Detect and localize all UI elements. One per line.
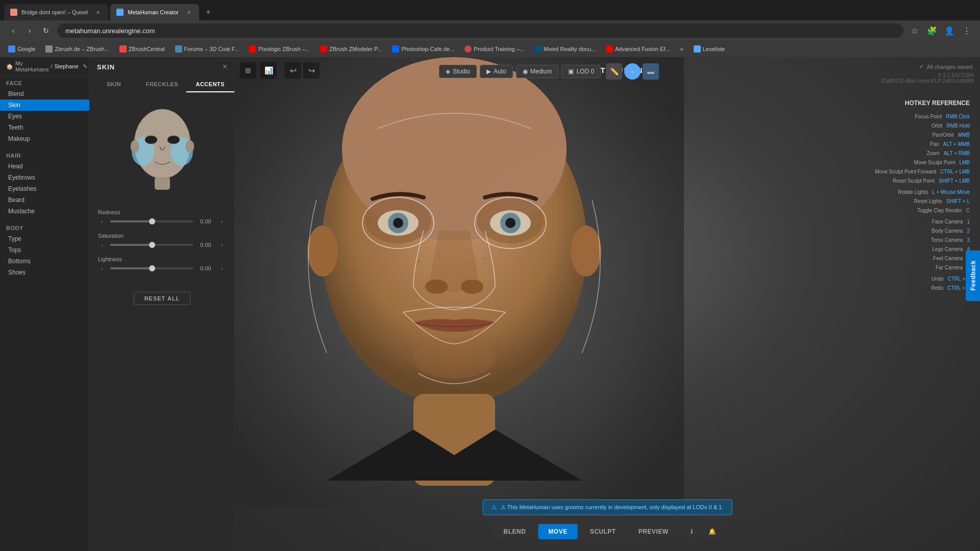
slider-redness-decrement[interactable]: ‹ xyxy=(98,219,106,224)
reload-button[interactable]: ↻ xyxy=(39,23,53,38)
pencil-tool[interactable]: ✏️ xyxy=(606,63,622,80)
slider-lightness-fill xyxy=(110,267,152,269)
hotkey-focus-point: Focus PointRMB Click xyxy=(875,112,970,121)
bookmark-mixed-reality[interactable]: Mixed Reality docu... xyxy=(530,44,600,54)
preview-button[interactable]: PREVIEW xyxy=(628,524,679,539)
slider-lightness-label: Lightness xyxy=(98,256,226,262)
tab-skin[interactable]: SKIN xyxy=(90,77,138,92)
tab-metahuman[interactable]: MetaHuman Creator ✕ xyxy=(110,4,199,20)
bookmark-leseliste[interactable]: Leseliste xyxy=(690,44,729,54)
bookmark-more[interactable]: » xyxy=(676,44,688,54)
nav-tops[interactable]: Tops xyxy=(0,244,89,256)
nav-bottoms[interactable]: Bottoms xyxy=(0,256,89,267)
version-number: 0.3.2.16071284 xyxy=(881,72,974,78)
breadcrumb-edit-icon[interactable]: ✎ xyxy=(83,63,87,70)
section-hair: HAIR xyxy=(0,148,89,161)
tab-freckles[interactable]: FRECKLES xyxy=(138,77,186,92)
tab-close-metahuman[interactable]: ✕ xyxy=(185,8,193,16)
nav-mustache[interactable]: Mustache xyxy=(0,206,89,217)
forward-button[interactable]: › xyxy=(22,23,37,38)
svg-point-29 xyxy=(403,240,404,242)
tab-close-quixel[interactable]: ✕ xyxy=(94,8,102,16)
menu-icon[interactable]: ⋮ xyxy=(960,23,974,38)
undo-redo-group: ↩ ↪ xyxy=(285,62,320,79)
nav-makeup[interactable]: Makeup xyxy=(0,133,89,144)
url-input[interactable] xyxy=(57,23,903,38)
info-button[interactable]: ℹ xyxy=(683,522,701,541)
blend-button[interactable]: BLEND xyxy=(493,524,536,539)
hotkey-clay-render: Toggle Clay RenderC xyxy=(875,206,970,215)
tab-accents[interactable]: ACCENTS xyxy=(186,77,234,92)
slider-lightness-decrement[interactable]: ‹ xyxy=(98,266,106,271)
slider-lightness-increment[interactable]: › xyxy=(218,266,226,271)
back-button[interactable]: ‹ xyxy=(6,23,20,38)
breadcrumb-separator: / xyxy=(51,63,52,69)
bookmark-favicon-pixologic xyxy=(249,45,256,53)
medium-button[interactable]: ◉ Medium xyxy=(516,65,559,78)
bookmark-product-training[interactable]: Product Training –... xyxy=(460,44,528,54)
slider-lightness-track[interactable] xyxy=(110,267,193,269)
slider-saturation-increment[interactable]: › xyxy=(218,242,226,248)
slider-redness-thumb[interactable] xyxy=(149,218,155,224)
extension-icon[interactable]: 🧩 xyxy=(925,23,939,38)
nav-skin[interactable]: Skin xyxy=(0,99,89,111)
bookmark-zmodeler[interactable]: ZBrush ZModeler P... xyxy=(316,44,386,54)
bookmark-advanced-fusion[interactable]: Advanced Fusion Ef... xyxy=(602,44,674,54)
bookmark-photoshop[interactable]: Photoshop-Cafe.de... xyxy=(388,44,458,54)
nav-beard[interactable]: Beard xyxy=(0,194,89,206)
slider-saturation-track[interactable] xyxy=(110,244,193,246)
slider-lightness-thumb[interactable] xyxy=(149,265,155,271)
tab-label-metahuman: MetaHuman Creator xyxy=(128,9,179,15)
stats-icon[interactable]: 📊 xyxy=(260,62,277,79)
lod-button[interactable]: ▣ LOD 0 xyxy=(561,65,601,78)
slider-redness-track[interactable] xyxy=(110,220,193,222)
nav-teeth[interactable]: Teeth xyxy=(0,122,89,133)
bookmark-label-google: Google xyxy=(17,46,35,52)
profile-icon[interactable]: 👤 xyxy=(942,23,957,38)
bookmark-label-mixed-reality: Mixed Reality docu... xyxy=(544,46,596,52)
bookmark-label-zbrush: Zbrush.de – ZBrush... xyxy=(55,46,109,52)
reset-all-button[interactable]: RESET ALL xyxy=(134,292,191,305)
nav-type[interactable]: Type xyxy=(0,233,89,244)
undo-button[interactable]: ↩ xyxy=(285,62,301,79)
star-icon[interactable]: ☆ xyxy=(908,23,922,38)
bookmark-forums[interactable]: Forums – 3D Coat F... xyxy=(171,44,243,54)
move-button[interactable]: MOVE xyxy=(538,524,577,539)
slider-saturation-decrement[interactable]: ‹ xyxy=(98,242,106,248)
breadcrumb-my-metahumans[interactable]: My MetaHumans xyxy=(15,60,48,72)
feedback-tab[interactable]: Feedback xyxy=(965,250,980,300)
version-info: 0.3.2.16071284 20a90132-d8ac-0ece-b12f-2… xyxy=(881,72,974,84)
version-hash: 20a90132-d8ac-0ece-b12f-2a92e1db9b9 xyxy=(881,78,974,84)
slider-redness-fill xyxy=(110,220,152,222)
skin-panel-title: SKIN xyxy=(97,63,115,71)
shape-tool[interactable]: ● xyxy=(624,63,641,80)
nav-eyelashes[interactable]: Eyelashes xyxy=(0,183,89,194)
bookmark-zbrushcentral[interactable]: ZBrushCentral xyxy=(115,44,169,54)
redo-button[interactable]: ↪ xyxy=(303,62,320,79)
bookmark-zbrush[interactable]: Zbrush.de – ZBrush... xyxy=(41,44,113,54)
hotkey-orbit: OrbitRMB Hold xyxy=(875,121,970,131)
sculpt-button[interactable]: SCULPT xyxy=(580,524,626,539)
nav-blend[interactable]: Blend xyxy=(0,88,89,99)
bookmark-pixologic[interactable]: Pixologic ZBrush –... xyxy=(245,44,314,54)
nav-shoes[interactable]: Shoes xyxy=(0,267,89,278)
bookmark-google[interactable]: Google xyxy=(4,44,39,54)
view-tool[interactable]: ▬ xyxy=(643,63,659,80)
grid-view-icon[interactable]: ⊞ xyxy=(240,62,256,79)
studio-button[interactable]: ◈ Studio xyxy=(439,65,477,78)
auto-icon: ▶ xyxy=(486,68,491,75)
notification-button[interactable]: 🔔 xyxy=(703,522,722,541)
nav-head[interactable]: Head xyxy=(0,161,89,172)
nav-eyebrows[interactable]: Eyebrows xyxy=(0,172,89,183)
new-tab-button[interactable]: + xyxy=(201,5,215,19)
bookmark-favicon-google xyxy=(8,45,15,53)
slider-saturation-thumb[interactable] xyxy=(149,242,155,248)
auto-button[interactable]: ▶ Auto xyxy=(480,65,513,78)
browser-toolbar-right: ☆ 🧩 👤 ⋮ xyxy=(908,23,974,38)
tab-quixel[interactable]: Bridge dont open! – Quixel ✕ xyxy=(4,4,108,20)
hotkey-far-camera: Far Camera6 xyxy=(875,263,970,272)
slider-redness-increment[interactable]: › xyxy=(218,219,226,224)
skin-panel-close[interactable]: × xyxy=(223,62,227,71)
svg-point-6 xyxy=(186,140,194,153)
nav-eyes[interactable]: Eyes xyxy=(0,111,89,122)
